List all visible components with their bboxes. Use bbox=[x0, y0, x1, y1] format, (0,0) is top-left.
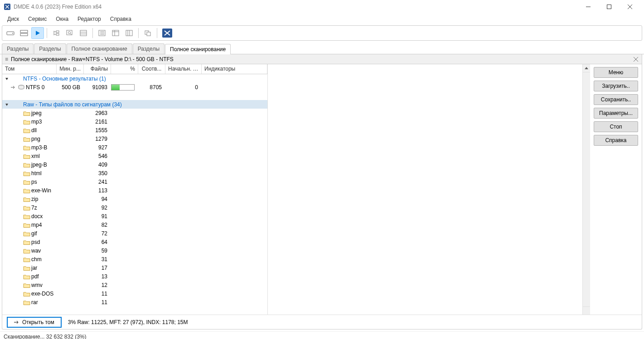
ntfs-row[interactable]: NTFS 0500 GB9109387050 bbox=[2, 83, 267, 91]
folder-icon bbox=[23, 282, 30, 288]
expander-icon[interactable] bbox=[4, 102, 10, 107]
open-volume-button[interactable]: Открыть том bbox=[7, 317, 62, 328]
menu-disk[interactable]: Диск bbox=[3, 14, 24, 24]
load-button[interactable]: Загрузить.. bbox=[594, 81, 638, 91]
raw-item[interactable]: wmv12 bbox=[2, 281, 267, 289]
tool-tree-icon[interactable] bbox=[50, 27, 63, 39]
save-button[interactable]: Сохранить.. bbox=[594, 94, 638, 105]
content-frame: ≡ Полное сканирование - Raw+NTFS - Volum… bbox=[2, 54, 642, 329]
svg-rect-18 bbox=[80, 30, 87, 36]
raw-item-files: 91 bbox=[84, 213, 111, 220]
tool-disk-icon[interactable] bbox=[4, 27, 17, 39]
raw-item[interactable]: mp32161 bbox=[2, 117, 267, 126]
raw-item[interactable]: psd64 bbox=[2, 238, 267, 246]
tab-1[interactable]: Разделы bbox=[34, 43, 66, 54]
raw-item[interactable]: jar17 bbox=[2, 263, 267, 272]
raw-item[interactable]: zip94 bbox=[2, 195, 267, 203]
title-bar: DMDE 4.0.6 (2023) Free Edition x64 bbox=[0, 0, 644, 14]
menu-help[interactable]: Справка bbox=[106, 14, 136, 24]
raw-item-name: chm bbox=[31, 256, 42, 263]
raw-item[interactable]: dll1555 bbox=[2, 126, 267, 134]
raw-item[interactable]: 7z92 bbox=[2, 203, 267, 212]
maximize-button[interactable] bbox=[599, 0, 620, 14]
raw-item[interactable]: exe-Win113 bbox=[2, 186, 267, 195]
close-button[interactable] bbox=[620, 0, 640, 14]
raw-item-files: 113 bbox=[84, 187, 111, 194]
raw-item-name: gif bbox=[31, 230, 37, 237]
tree-panel: Том Мин. р... Файлы % Соотв... Начальн. … bbox=[2, 64, 268, 315]
raw-item-files: 12 bbox=[84, 282, 111, 288]
svg-rect-25 bbox=[112, 30, 119, 36]
raw-item[interactable]: chm31 bbox=[2, 255, 267, 263]
raw-item[interactable]: gif72 bbox=[2, 229, 267, 238]
raw-item[interactable]: pdf13 bbox=[2, 272, 267, 281]
vertical-scrollbar[interactable] bbox=[582, 64, 590, 315]
panel-header: ≡ Полное сканирование - Raw+NTFS - Volum… bbox=[2, 54, 642, 64]
tool-search-icon[interactable] bbox=[63, 27, 76, 39]
col-volume[interactable]: Том bbox=[2, 64, 57, 74]
group-raw[interactable]: Raw - Типы файлов по сигнатурам (34) bbox=[2, 100, 267, 109]
panel-close-button[interactable] bbox=[633, 56, 639, 62]
raw-item[interactable]: mp3-B927 bbox=[2, 143, 267, 152]
tab-3[interactable]: Разделы bbox=[133, 43, 165, 54]
col-files[interactable]: Файлы bbox=[84, 64, 111, 74]
raw-item[interactable]: xml546 bbox=[2, 152, 267, 160]
minimize-button[interactable] bbox=[578, 0, 599, 14]
ntfs-name: NTFS 0 bbox=[26, 84, 44, 91]
col-minr[interactable]: Мин. р... bbox=[57, 64, 84, 74]
raw-item[interactable]: docx91 bbox=[2, 212, 267, 220]
tool-list3-icon[interactable] bbox=[123, 27, 136, 39]
raw-item-files: 59 bbox=[84, 248, 111, 254]
help-button[interactable]: Справка bbox=[594, 135, 638, 146]
arrow-icon bbox=[10, 85, 17, 90]
tab-2[interactable]: Полное сканирование bbox=[67, 43, 132, 54]
raw-item[interactable]: jpeg-B409 bbox=[2, 160, 267, 169]
menu-bar: Диск Сервис Окна Редактор Справка bbox=[0, 14, 644, 24]
menu-windows[interactable]: Окна bbox=[51, 14, 73, 24]
raw-item[interactable]: html350 bbox=[2, 169, 267, 177]
tool-grid-icon[interactable] bbox=[77, 27, 90, 39]
params-button[interactable]: Параметры... bbox=[594, 108, 638, 119]
status-bar: Сканирование... 32 632 832 (3%) bbox=[0, 331, 644, 339]
tab-0[interactable]: Разделы bbox=[2, 43, 34, 54]
menu-button[interactable]: Меню bbox=[594, 67, 638, 78]
group-ntfs[interactable]: NTFS - Основные результаты (1) bbox=[2, 74, 267, 83]
raw-item-name: ps bbox=[31, 179, 37, 185]
tab-4[interactable]: Полное сканирование bbox=[165, 44, 231, 54]
folder-icon bbox=[23, 239, 30, 245]
panel-menu-icon[interactable]: ≡ bbox=[5, 56, 8, 62]
tool-copy-icon[interactable] bbox=[141, 27, 154, 39]
raw-item-name: wmv bbox=[31, 282, 43, 288]
raw-item[interactable]: mp482 bbox=[2, 220, 267, 229]
raw-item[interactable]: jpeg2963 bbox=[2, 109, 267, 117]
tool-list1-icon[interactable] bbox=[96, 27, 108, 39]
tool-volumes-icon[interactable] bbox=[18, 27, 30, 39]
tree-body[interactable]: NTFS - Основные результаты (1)NTFS 0500 … bbox=[2, 74, 267, 315]
raw-item-files: 94 bbox=[84, 196, 111, 202]
expander-icon[interactable] bbox=[4, 76, 10, 81]
disk-icon bbox=[18, 84, 25, 91]
menu-editor[interactable]: Редактор bbox=[73, 14, 106, 24]
ntfs-progress bbox=[111, 84, 138, 91]
stop-button[interactable]: Стоп bbox=[594, 121, 638, 132]
raw-item-files: 1279 bbox=[84, 136, 111, 142]
tool-list2-icon[interactable] bbox=[109, 27, 122, 39]
tool-play-icon[interactable] bbox=[31, 27, 44, 39]
folder-icon bbox=[23, 153, 30, 159]
raw-item[interactable]: exe-DOS11 bbox=[2, 289, 267, 298]
raw-item[interactable]: rar11 bbox=[2, 298, 267, 306]
col-match[interactable]: Соотв... bbox=[138, 64, 165, 74]
raw-item[interactable]: wav59 bbox=[2, 246, 267, 255]
raw-item-files: 17 bbox=[84, 265, 111, 271]
raw-item[interactable]: ps241 bbox=[2, 177, 267, 186]
raw-item-files: 64 bbox=[84, 239, 111, 245]
svg-marker-39 bbox=[5, 104, 8, 106]
tool-dmde-icon[interactable] bbox=[160, 27, 174, 39]
col-percent[interactable]: % bbox=[111, 64, 138, 74]
raw-item[interactable]: png1279 bbox=[2, 134, 267, 143]
menu-service[interactable]: Сервис bbox=[24, 14, 51, 24]
col-lba[interactable]: Начальн. LBA bbox=[165, 64, 202, 74]
folder-icon bbox=[23, 127, 30, 134]
col-indicators[interactable]: Индикаторы bbox=[202, 64, 267, 74]
raw-item-files: 350 bbox=[84, 170, 111, 177]
